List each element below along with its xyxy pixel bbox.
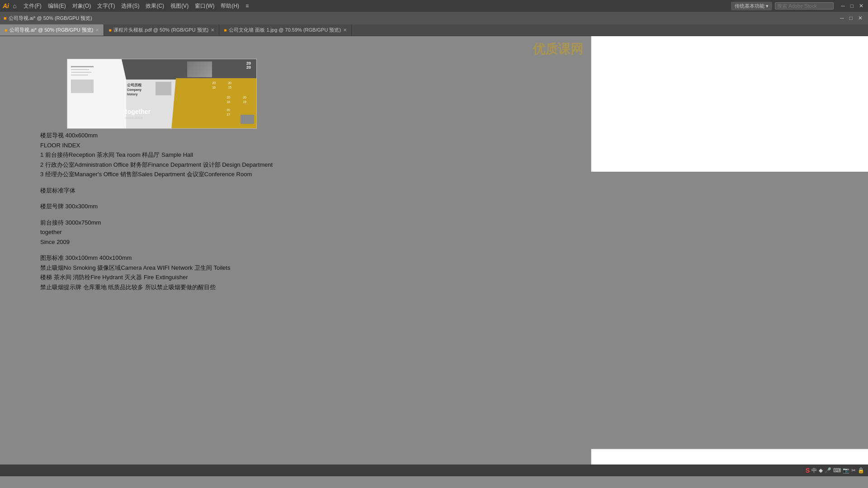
since-text: Since 2009 <box>40 238 273 247</box>
camera-icon[interactable]: 📷 <box>843 467 849 474</box>
close-button[interactable]: ✕ <box>857 3 865 9</box>
doc-icon: ■ <box>4 15 7 21</box>
menu-effect[interactable]: 效果(C) <box>143 1 167 11</box>
preview-since-text: since 2009 <box>125 116 143 120</box>
diamond-icon[interactable]: ◆ <box>819 467 823 474</box>
tab-label-2: 公司文化墙 面板 1.jpg @ 70.59% (RGB/GPU 预览) <box>229 27 341 33</box>
menu-object[interactable]: 对象(O) <box>70 1 94 11</box>
graphic-line-2: 禁止吸烟提示牌 仓库重地 纸质品比较多 所以禁止吸烟要做的醒目些 <box>40 283 273 292</box>
window-controls: ─ □ ✕ <box>839 3 865 9</box>
preview-white-left <box>67 59 126 128</box>
tab-company-nav[interactable]: ■ 公司导视.ai* @ 50% (RGB/GPU 预览) ✕ <box>0 24 104 36</box>
tab-bar: ■ 公司导视.ai* @ 50% (RGB/GPU 预览) ✕ ■ 课程片头模板… <box>0 24 868 36</box>
reception-section: 前台接待 3000x750mm together Since 2009 <box>40 218 273 247</box>
text-content: 楼层导视 400x600mm FLOOR INDEX 1 前台接待Recepti… <box>40 131 273 292</box>
preview-content: 20 20 公司历程 Company history 2016 2015 201… <box>67 59 256 128</box>
right-panel-top <box>591 36 868 172</box>
preview-photo <box>187 61 212 77</box>
tab-culture-wall[interactable]: ■ 公司文化墙 面板 1.jpg @ 70.59% (RGB/GPU 预览) ✕ <box>219 24 352 36</box>
menu-extra[interactable]: ≡ <box>243 2 251 10</box>
doc-title: 公司导视.ai* @ 50% (RGB/GPU 预览) <box>9 15 92 22</box>
floor-sign-label: 楼层号牌 300x300mm <box>40 202 273 211</box>
preview-year-2020: 20 20 <box>246 61 251 70</box>
reception-label: 前台接待 3000x750mm <box>40 218 273 227</box>
keyboard-icon[interactable]: ⌨ <box>833 467 841 474</box>
doc-preview: 20 20 公司历程 Company history 2016 2015 201… <box>67 59 257 129</box>
tab-close-1[interactable]: ✕ <box>211 28 214 33</box>
menu-text[interactable]: 文字(T) <box>94 1 118 11</box>
scissors-icon[interactable]: ✂ <box>851 467 856 474</box>
floor-guide-title: 楼层导视 400x600mm <box>40 131 273 140</box>
menu-help[interactable]: 帮助(H) <box>218 1 242 11</box>
maximize-button[interactable]: □ <box>849 3 855 9</box>
menu-view[interactable]: 视图(V) <box>168 1 191 11</box>
brand-watermark: 优质课网 <box>533 41 583 58</box>
s-icon: S <box>806 467 810 474</box>
tab-close-0[interactable]: ✕ <box>95 28 99 33</box>
graphic-line-0: 禁止吸烟No Smoking 摄像区域Camera Area WIFI Netw… <box>40 263 273 272</box>
preview-company-history-text: 公司历程 Company history <box>127 83 142 97</box>
top-right-controls: 传统基本功能 ▾ ─ □ ✕ <box>731 2 865 10</box>
floor-font-section: 楼层标准字体 <box>40 186 273 195</box>
app-logo: Ai <box>3 2 9 9</box>
search-input[interactable] <box>777 3 831 9</box>
lang-icon[interactable]: 中 <box>811 467 817 474</box>
floor-index-label: FLOOR INDEX <box>40 141 273 150</box>
tab-label-1: 课程片头模板.pdf @ 50% (RGB/GPU 预览) <box>113 27 208 33</box>
tab-icon-2: ■ <box>224 28 226 33</box>
doc-restore-button[interactable]: □ <box>848 15 854 21</box>
mic-icon[interactable]: 🎤 <box>825 467 831 474</box>
canvas-area[interactable]: 20 20 公司历程 Company history 2016 2015 201… <box>0 36 868 476</box>
together-text: together <box>40 228 273 237</box>
graphic-label: 图形标准 300x100mm 400x100mm <box>40 253 273 263</box>
menu-edit[interactable]: 编辑(E) <box>45 1 69 11</box>
floor-font-label: 楼层标准字体 <box>40 186 273 195</box>
minimize-button[interactable]: ─ <box>839 3 847 9</box>
tab-course-header[interactable]: ■ 课程片头模板.pdf @ 50% (RGB/GPU 预览) ✕ <box>104 24 219 36</box>
home-icon[interactable]: ⌂ <box>13 2 16 9</box>
tab-label-0: 公司导视.ai* @ 50% (RGB/GPU 预览) <box>9 27 93 33</box>
graphic-section: 图形标准 300x100mm 400x100mm 禁止吸烟No Smoking … <box>40 253 273 291</box>
floor-sign-section: 楼层号牌 300x300mm <box>40 202 273 211</box>
doc-close-button[interactable]: ✕ <box>856 15 864 21</box>
tab-icon-1: ■ <box>108 28 111 33</box>
tab-icon-0: ■ <box>5 28 7 33</box>
floor-line-1: 2 行政办公室Administration Office 财务部Finance … <box>40 160 273 169</box>
graphic-line-1: 楼梯 茶水间 消防栓Fire Hydrant 灭火器 Fire Extingui… <box>40 273 273 282</box>
adobe-stock-search[interactable] <box>775 2 834 9</box>
top-menubar: Ai ⌂ 文件(F) 编辑(E) 对象(O) 文字(T) 选择(S) 效果(C)… <box>0 0 868 12</box>
doc-window-controls: ─ □ ✕ <box>838 15 864 21</box>
tab-close-2[interactable]: ✕ <box>343 28 347 33</box>
menu-file[interactable]: 文件(F) <box>21 1 44 11</box>
right-panel-bottom <box>591 449 868 465</box>
doc-titlebar: ■ 公司导视.ai* @ 50% (RGB/GPU 预览) ─ □ ✕ <box>0 12 868 24</box>
floor-line-2: 3 经理办公室Manager's Office 销售部Sales Departm… <box>40 170 273 179</box>
doc-minimize-button[interactable]: ─ <box>838 15 846 21</box>
status-bar: S 中 ◆ 🎤 ⌨ 📷 ✂ 🔒 <box>0 465 868 476</box>
menu-select[interactable]: 选择(S) <box>118 1 142 11</box>
menu-window[interactable]: 窗口(W) <box>192 1 217 11</box>
workspace-selector[interactable]: 传统基本功能 ▾ <box>731 2 772 10</box>
lock-icon[interactable]: 🔒 <box>858 467 864 474</box>
floor-line-0: 1 前台接待Reception 茶水间 Tea room 样品厅 Sample … <box>40 150 273 160</box>
preview-together-text: together <box>125 108 151 115</box>
status-right-icons: S 中 ◆ 🎤 ⌨ 📷 ✂ 🔒 <box>806 467 864 474</box>
